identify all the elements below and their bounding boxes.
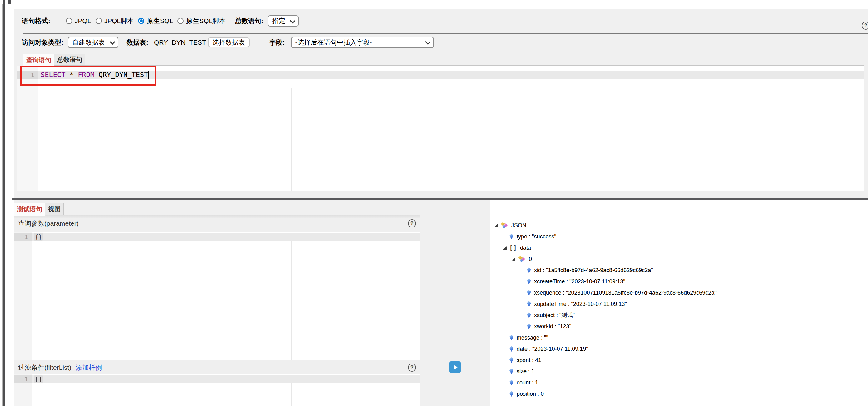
total-statement-value: 指定 xyxy=(272,16,285,25)
property-icon xyxy=(509,380,514,385)
object-row: 访问对象类型: 自建数据表 数据表: QRY_DYN_TEST 选择数据表 字段… xyxy=(14,34,868,51)
help-icon[interactable]: ? xyxy=(408,364,416,372)
radio-label: 原生SQL脚本 xyxy=(186,16,225,25)
json-node-text: xworkid : "123" xyxy=(534,323,571,330)
total-statement-label: 总数语句: xyxy=(235,16,263,25)
tab-total-statement[interactable]: 总数语句 xyxy=(54,54,85,66)
test-tab-bar: 测试语句 视图 xyxy=(14,203,64,216)
active-line-highlight xyxy=(14,375,420,383)
run-button[interactable] xyxy=(450,361,461,373)
json-node-text: size : 1 xyxy=(517,368,534,375)
active-line-highlight xyxy=(14,233,420,241)
json-tree: JSON type : "success" [] data 0 xid : "1… xyxy=(490,200,868,400)
json-tree-node[interactable]: message : "" xyxy=(490,332,868,343)
radio-native-sql-script[interactable]: 原生SQL脚本 xyxy=(178,16,225,25)
json-tree-node[interactable]: [] data xyxy=(490,242,868,253)
radio-icon[interactable] xyxy=(138,18,144,24)
property-icon xyxy=(527,267,531,273)
json-tree-node[interactable]: position : 0 xyxy=(490,388,868,400)
tab-view[interactable]: 视图 xyxy=(45,203,64,215)
json-result-panel: JSON type : "success" [] data 0 xid : "1… xyxy=(490,200,868,406)
property-icon xyxy=(527,324,531,329)
json-tree-node[interactable]: size : 1 xyxy=(490,366,868,377)
format-row: 语句格式: JPQL JPQL脚本 原生SQL 原生SQL脚本 总数语句: 指定 xyxy=(14,9,868,33)
filter-title: 过滤条件(filterList) xyxy=(18,363,71,372)
radio-jpql[interactable]: JPQL xyxy=(66,17,91,25)
json-node-text: xid : "1a5ffc8e-b97d-4a62-9ac8-66d629c69… xyxy=(534,267,653,274)
parameter-editor[interactable]: 1 {} xyxy=(14,232,420,361)
array-icon: [] xyxy=(509,244,517,251)
chevron-down-icon xyxy=(110,39,115,45)
editor-rule-line xyxy=(291,383,292,406)
json-tree-node[interactable]: xupdateTime : "2023-10-07 11:09:13" xyxy=(490,298,868,310)
json-tree-node[interactable]: xsubject : "测试" xyxy=(490,310,868,321)
line-number: 1 xyxy=(14,375,28,383)
json-node-text: spent : 41 xyxy=(517,357,541,364)
json-tree-node[interactable]: xid : "1a5ffc8e-b97d-4a62-9ac8-66d629c69… xyxy=(490,265,868,276)
line-number: 1 xyxy=(14,233,28,241)
chevron-down-icon xyxy=(290,18,296,23)
access-type-value: 自建数据表 xyxy=(72,38,105,47)
field-label: 字段: xyxy=(270,38,285,47)
json-node-text: type : "success" xyxy=(517,233,556,240)
json-node-text: count : 1 xyxy=(517,379,538,386)
radio-label: JPQL xyxy=(75,17,91,25)
json-tree-node[interactable]: xsequence : "202310071109131a5ffc8e-b97d… xyxy=(490,287,868,298)
radio-icon[interactable] xyxy=(96,18,102,24)
editor-rule-line xyxy=(291,88,292,191)
window-corner-fragment xyxy=(8,0,11,4)
parameter-title: 查询参数(parameter) xyxy=(18,219,79,228)
json-tree-node[interactable]: type : "success" xyxy=(490,231,868,242)
json-tree-node[interactable]: count : 1 xyxy=(490,377,868,388)
access-type-select[interactable]: 自建数据表 xyxy=(68,37,118,48)
collapse-triangle-icon[interactable] xyxy=(512,258,515,261)
collapse-triangle-icon[interactable] xyxy=(503,246,507,250)
json-tree-node[interactable]: spent : 41 xyxy=(490,354,868,366)
property-icon xyxy=(509,357,514,363)
select-table-button[interactable]: 选择数据表 xyxy=(208,37,250,47)
json-tree-node[interactable]: xworkid : "123" xyxy=(490,321,868,332)
tab-query-statement[interactable]: 查询语句 xyxy=(23,54,54,66)
help-icon[interactable]: ? xyxy=(408,219,416,228)
collapse-triangle-icon[interactable] xyxy=(494,224,498,227)
line-number-gutter xyxy=(14,232,32,361)
radio-label: JPQL脚本 xyxy=(104,16,134,25)
tab-test-statement[interactable]: 测试语句 xyxy=(14,203,45,216)
property-icon xyxy=(509,346,514,352)
table-label: 数据表: xyxy=(126,38,148,47)
property-icon xyxy=(527,312,531,318)
json-node-text: data xyxy=(520,245,531,251)
object-icon xyxy=(518,256,526,263)
play-icon xyxy=(454,365,458,370)
json-tree-node[interactable]: 0 xyxy=(490,253,868,265)
json-node-text: 0 xyxy=(529,256,532,263)
radio-icon[interactable] xyxy=(178,18,184,24)
chevron-down-icon xyxy=(425,39,430,45)
tab-label: 测试语句 xyxy=(17,205,42,213)
field-select-value: -选择后在语句中插入字段- xyxy=(296,38,372,47)
total-statement-select[interactable]: 指定 xyxy=(268,15,299,27)
add-sample-link[interactable]: 添加样例 xyxy=(75,363,102,372)
help-icon[interactable]: ? xyxy=(862,22,868,30)
field-select[interactable]: -选择后在语句中插入字段- xyxy=(291,37,434,48)
access-type-label: 访问对象类型: xyxy=(22,38,63,47)
parameter-header: 查询参数(parameter) ? xyxy=(14,215,420,232)
filter-editor[interactable]: 1 [] xyxy=(14,374,420,406)
radio-jpql-script[interactable]: JPQL脚本 xyxy=(96,16,134,25)
splitter-divider[interactable] xyxy=(12,198,868,200)
json-node-text: xsubject : "测试" xyxy=(534,311,575,319)
json-tree-node[interactable]: JSON xyxy=(490,220,868,231)
property-icon xyxy=(509,369,514,374)
separator-line xyxy=(24,51,868,51)
json-node-text: xupdateTime : "2023-10-07 11:09:13" xyxy=(534,301,627,307)
radio-icon[interactable] xyxy=(66,18,72,24)
json-node-text: xcreateTime : "2023-10-07 11:09:13" xyxy=(534,278,625,285)
json-tree-node[interactable]: date : "2023-10-07 11:09:19" xyxy=(490,343,868,354)
json-node-text: xsequence : "202310071109131a5ffc8e-b97d… xyxy=(534,290,716,296)
radio-native-sql[interactable]: 原生SQL xyxy=(138,16,173,25)
property-icon xyxy=(527,301,531,307)
tab-label: 查询语句 xyxy=(26,56,51,64)
window-edge-line xyxy=(2,4,3,406)
tab-label: 视图 xyxy=(48,205,61,213)
json-tree-node[interactable]: xcreateTime : "2023-10-07 11:09:13" xyxy=(490,276,868,287)
